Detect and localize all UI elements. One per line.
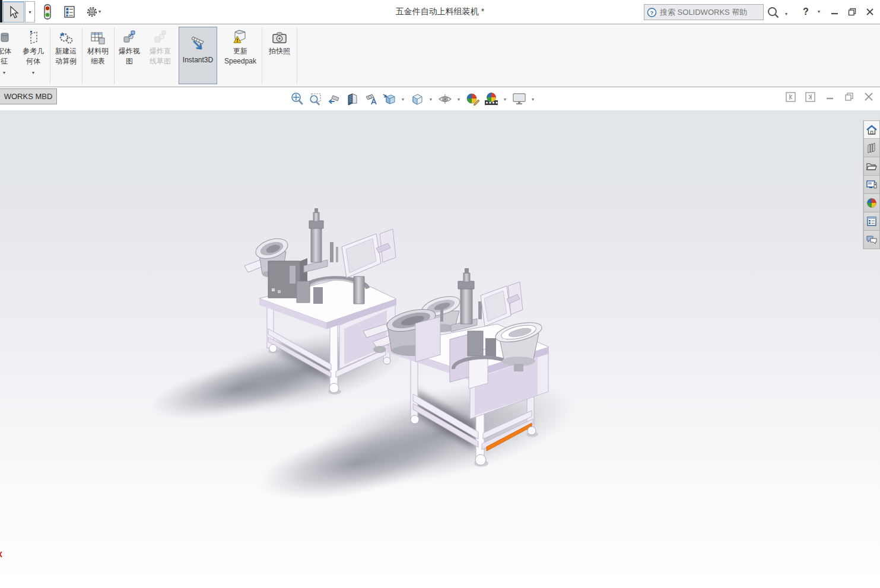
apply-scene-button[interactable] — [483, 91, 499, 107]
motion-study-icon — [58, 30, 74, 45]
instant3d-icon — [188, 34, 208, 52]
annotation-camera-icon — [364, 92, 378, 106]
window-close-button[interactable] — [862, 5, 878, 19]
take-snapshot-button[interactable]: 拍快照 — [263, 26, 296, 84]
doc-close-icon — [864, 92, 873, 101]
view-settings-dropdown[interactable]: ▾ — [529, 97, 536, 102]
speedpak-icon — [232, 28, 249, 45]
view-orientation-dropdown[interactable]: ▾ — [399, 97, 406, 102]
task-pane-appearances-button[interactable] — [863, 194, 880, 212]
viewport-model[interactable] — [0, 110, 880, 588]
collapse-right-pane-button[interactable] — [805, 91, 815, 102]
edit-appearance-button[interactable] — [465, 91, 481, 107]
view-palette-icon — [866, 179, 878, 190]
forum-chat-icon — [866, 235, 878, 244]
doc-minimize-icon — [825, 93, 834, 101]
doc-restore-icon — [844, 92, 854, 101]
new-motion-study-button[interactable]: 新建运 动算例 — [51, 26, 81, 84]
view-settings-button[interactable] — [511, 91, 527, 107]
task-pane-design-library-button[interactable] — [863, 139, 880, 157]
task-pane-file-explorer-button[interactable] — [863, 157, 880, 176]
apply-scene-icon — [484, 91, 499, 107]
monitor-icon — [512, 92, 527, 106]
folder-icon — [866, 161, 878, 171]
window-minimize-button[interactable] — [827, 5, 842, 19]
svg-text:?: ? — [650, 9, 654, 15]
collapse-right-icon — [805, 92, 815, 102]
task-pane — [863, 120, 880, 249]
bill-of-materials-button[interactable]: 材料明 细表 — [83, 26, 113, 84]
task-pane-custom-properties-button[interactable] — [863, 212, 880, 231]
zoom-fit-icon — [290, 92, 304, 106]
help-menu-dropdown[interactable]: ▾ — [815, 5, 823, 19]
assembly-features-dropdown[interactable]: ▾ — [0, 70, 18, 75]
previous-view-button[interactable] — [326, 91, 342, 107]
display-style-dropdown[interactable]: ▾ — [427, 97, 434, 102]
exploded-view-button[interactable]: 爆炸视 图 — [115, 26, 144, 84]
display-style-button[interactable] — [409, 91, 425, 107]
search-scope-dropdown[interactable]: ▾ — [783, 7, 790, 18]
title-bar: ▾ ▾ 五金件自动上料组装机 * ? — [0, 0, 880, 24]
help-circle-icon: ? — [647, 7, 657, 18]
collapse-left-icon — [786, 92, 796, 102]
window-restore-button[interactable] — [844, 5, 860, 19]
instant3d-button[interactable]: Instant3D — [179, 27, 217, 84]
task-pane-home-button[interactable] — [863, 120, 880, 139]
custom-properties-icon — [866, 217, 877, 226]
camera-icon — [271, 31, 288, 45]
design-library-icon — [866, 142, 877, 153]
reference-geometry-dropdown[interactable]: ▾ — [18, 70, 49, 75]
assembly-features-icon — [0, 31, 11, 45]
right-monitor-panel[interactable] — [481, 282, 523, 326]
previous-view-icon — [327, 92, 341, 106]
hide-show-items-dropdown[interactable]: ▾ — [455, 97, 462, 102]
help-menu-button[interactable]: ? — [798, 5, 814, 19]
bom-table-icon — [90, 31, 106, 45]
reference-geometry-icon — [26, 30, 40, 45]
command-manager-tab-row: WORKS MBD — [0, 88, 880, 110]
doc-restore-button[interactable] — [844, 91, 854, 102]
appearance-ball-icon — [465, 91, 481, 107]
reference-geometry-button[interactable]: 参考几 何体 ▾ — [18, 26, 49, 84]
eye-icon — [437, 92, 453, 106]
apply-scene-dropdown[interactable]: ▾ — [501, 97, 509, 102]
search-icon — [767, 6, 780, 19]
command-manager-ribbon: 配体 征 ▾ 参考几 何体 ▾ 新建运 动算例 — [0, 25, 880, 87]
reference-triad-x-axis: X — [0, 551, 2, 560]
view-orientation-icon — [382, 92, 397, 106]
home-icon — [866, 125, 878, 135]
graphics-viewport[interactable]: X — [0, 110, 880, 588]
help-search-box[interactable]: ? — [644, 4, 764, 20]
restore-icon — [848, 8, 856, 16]
close-icon — [866, 8, 874, 16]
task-pane-forum-button[interactable] — [863, 231, 880, 249]
view-orientation-button[interactable] — [381, 91, 397, 107]
search-go-button[interactable] — [764, 4, 783, 20]
minimize-icon — [831, 8, 838, 16]
search-input[interactable] — [660, 8, 761, 17]
left-monitor-panel[interactable] — [342, 229, 396, 278]
explode-line-sketch-icon — [153, 30, 168, 45]
update-speedpak-button[interactable]: 更新 Speedpak — [221, 26, 260, 84]
task-pane-view-palette-button[interactable] — [863, 176, 880, 194]
section-view-icon — [345, 92, 360, 106]
assembly-features-button[interactable]: 配体 征 ▾ — [0, 26, 18, 84]
explode-line-sketch-button: 爆炸直 线草图 — [145, 26, 176, 84]
exploded-view-icon — [122, 30, 137, 45]
tab-solidworks-mbd[interactable]: WORKS MBD — [0, 88, 57, 104]
section-view-button[interactable] — [344, 91, 360, 107]
appearances-ball-icon — [866, 198, 877, 208]
zoom-area-icon — [309, 92, 323, 106]
display-style-icon — [410, 92, 424, 106]
dynamic-annotation-views-button[interactable] — [363, 91, 379, 107]
document-window-controls — [785, 91, 874, 102]
doc-close-button[interactable] — [863, 91, 874, 102]
zoom-to-area-button[interactable] — [307, 91, 323, 107]
collapse-left-pane-button[interactable] — [785, 91, 796, 102]
doc-minimize-button[interactable] — [824, 91, 835, 102]
zoom-to-fit-button[interactable] — [289, 91, 305, 107]
hide-show-items-button[interactable] — [437, 91, 453, 107]
heads-up-view-toolbar: ▾ ▾ ▾ — [289, 90, 536, 108]
